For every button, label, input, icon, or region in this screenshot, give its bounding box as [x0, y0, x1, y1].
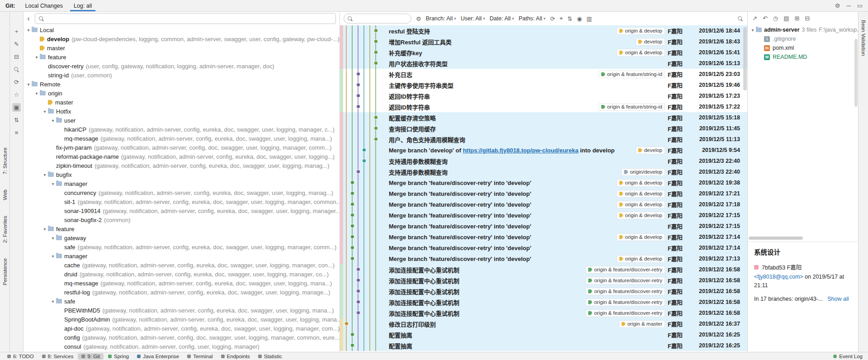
- commit-row[interactable]: 添加连接配置中心重试机制origin & feature/discover-re…: [340, 286, 747, 297]
- commit-row[interactable]: Merge branch 'feature/discover-retry' in…: [340, 188, 747, 199]
- branch-tree-row[interactable]: ▾Hotfix: [24, 107, 340, 116]
- branch-tree-row[interactable]: ▾gateway: [24, 233, 340, 242]
- changed-file-row[interactable]: i.gitignore: [748, 34, 858, 43]
- filter-date[interactable]: Date: All▾: [490, 15, 514, 22]
- search-icon[interactable]: [12, 65, 21, 74]
- commit-row[interactable]: 修改日志打印级别origin & masterF嘉阳2019/12/2 16:3…: [340, 318, 747, 329]
- commit-row[interactable]: 配置抽离F嘉阳2019/12/2 16:25: [340, 329, 747, 340]
- statusbar-button-6-todo[interactable]: 6: TODO: [4, 353, 38, 360]
- commit-message-link[interactable]: https://gitlab.fjy8018.top/pw-cloud/eure…: [463, 147, 579, 154]
- chevron-down-icon[interactable]: ▾: [50, 236, 56, 241]
- collapse-all-icon[interactable]: ⊟: [805, 15, 810, 22]
- commit-row[interactable]: Merge branch 'feature/discover-retry' in…: [340, 232, 747, 242]
- branch-label-chip[interactable]: origin & feature/discover-retry: [585, 298, 665, 306]
- branch-tree-row[interactable]: master: [24, 98, 340, 107]
- delete-icon[interactable]: ⊟: [12, 52, 21, 61]
- branch-tree-row[interactable]: ▾Remote: [24, 80, 340, 89]
- changed-file-row[interactable]: MREADME.MD: [748, 52, 858, 62]
- details-hscrollbar[interactable]: [749, 237, 803, 240]
- commit-row[interactable]: 返回ID转字符串F嘉阳2019/12/5 17:23: [340, 90, 747, 101]
- commit-row[interactable]: Merge branch 'develop' of https://gitlab…: [340, 145, 747, 156]
- branch-tree-row[interactable]: restful-log(gateway, notification, admin…: [24, 288, 340, 297]
- statusbar-button-9-git[interactable]: 9: Git: [78, 353, 103, 360]
- commit-row[interactable]: 补充日志origin & feature/string-idF嘉阳2019/12…: [340, 69, 747, 80]
- changed-file-row[interactable]: mpom.xml: [748, 43, 858, 52]
- branch-label-chip[interactable]: origin & develop: [617, 190, 665, 198]
- expand-all-icon[interactable]: ⊞: [794, 15, 799, 22]
- branch-label-chip[interactable]: develop: [636, 38, 665, 46]
- chevron-down-icon[interactable]: ▾: [50, 118, 56, 123]
- add-icon[interactable]: +: [12, 27, 21, 36]
- search-everywhere-icon[interactable]: [738, 16, 743, 21]
- branch-tree-row[interactable]: cache(gateway, notification, admin-serve…: [24, 261, 340, 270]
- branch-tree-row[interactable]: fix-jvm-param(gateway, notification, adm…: [24, 143, 340, 152]
- branch-label-chip[interactable]: origin & develop: [617, 49, 665, 57]
- branch-tree-row[interactable]: ▾safe: [24, 297, 340, 306]
- sort-icon[interactable]: ⇅: [12, 116, 21, 124]
- commit-row[interactable]: 配置抽离F嘉阳2019/12/2 16:25: [340, 340, 747, 351]
- back-icon[interactable]: ‹: [25, 14, 32, 23]
- statusbar-button-spring[interactable]: Spring: [104, 353, 132, 360]
- commit-row[interactable]: resful 登陆支持origin & developF嘉阳2019/12/6 …: [340, 25, 747, 36]
- commit-row[interactable]: Merge branch 'feature/discover-retry' in…: [340, 253, 747, 264]
- branch-tree-row[interactable]: consul(gateway, notification, admin-serv…: [24, 342, 340, 351]
- branch-tree-row[interactable]: reformat-package-name(gateway, notificat…: [24, 152, 340, 161]
- rollback-icon[interactable]: ↶: [763, 15, 768, 22]
- branch-label-chip[interactable]: origin & feature/string-id: [599, 71, 665, 78]
- branch-tree-row[interactable]: zipkin-timeout(gateway, notification, ad…: [24, 161, 340, 170]
- branch-tree-row[interactable]: master: [24, 43, 340, 52]
- branch-tree-row[interactable]: sonar-bugfix-2(common): [24, 215, 340, 224]
- refresh-icon[interactable]: ⟳: [550, 15, 555, 22]
- commit-row[interactable]: Merge branch 'feature/discover-retry' in…: [340, 210, 747, 221]
- branches-search-box[interactable]: [35, 13, 336, 24]
- chevron-down-icon[interactable]: ▾: [33, 55, 40, 60]
- branch-tree-row[interactable]: concurrency(gateway, notification, admin…: [24, 188, 340, 197]
- chevron-down-icon[interactable]: ▾: [42, 172, 48, 177]
- branch-tree-row[interactable]: hikariCP(gateway, notification, admin-se…: [24, 125, 340, 134]
- branch-tree-row[interactable]: api-doc(gateway, notification, admin-ser…: [24, 324, 340, 333]
- refresh-icon[interactable]: ⟳: [12, 78, 21, 86]
- event-log-button[interactable]: Event Log: [833, 354, 864, 359]
- chevron-down-icon[interactable]: ▾: [42, 109, 48, 114]
- chevron-down-icon[interactable]: ▾: [50, 254, 56, 259]
- tool-window-button-web[interactable]: Web: [2, 189, 8, 200]
- branch-tree-row[interactable]: mq-message(gateway, notification, admin-…: [24, 279, 340, 288]
- show-all-link[interactable]: Show all: [827, 296, 849, 302]
- branch-tree-row[interactable]: string-id(user, common): [24, 71, 340, 80]
- branch-tree-row[interactable]: ▾bugfix: [24, 170, 340, 179]
- group-by-icon[interactable]: ▤: [783, 15, 789, 22]
- tool-window-button-bean-validation[interactable]: Bean Validation: [861, 20, 866, 56]
- branch-tree-row[interactable]: sonar-190914(gateway, notification, admi…: [24, 206, 340, 215]
- branch-label-chip[interactable]: origin & feature/discover-retry: [585, 288, 665, 295]
- log-search-input[interactable]: [355, 15, 407, 23]
- long-edges-icon[interactable]: ▥: [586, 15, 592, 22]
- commit-row[interactable]: Merge branch 'feature/discover-retry' in…: [340, 221, 747, 232]
- filter-paths[interactable]: Paths: All▾: [519, 15, 546, 22]
- branch-tree-row[interactable]: druid(gateway, notification, admin-serve…: [24, 270, 340, 279]
- statusbar-button-8-services[interactable]: 8: Services: [38, 353, 77, 360]
- commit-row[interactable]: Merge branch 'feature/discover-retry' in…: [340, 242, 747, 253]
- branch-tree-row[interactable]: ▾origin: [24, 89, 340, 98]
- branch-tree-row[interactable]: ▾user: [24, 116, 340, 125]
- commit-row[interactable]: 查询接口使用缓存F嘉阳2019/12/5 11:45: [340, 123, 747, 134]
- branch-tree-row[interactable]: safe(gateway, notification, admin-server…: [24, 242, 340, 251]
- chevron-down-icon[interactable]: ▾: [33, 91, 40, 96]
- restore-icon[interactable]: ▭: [857, 2, 863, 9]
- branch-tree-row[interactable]: ▾Local: [24, 25, 340, 34]
- statusbar-button-terminal[interactable]: Terminal: [184, 353, 216, 360]
- chevron-down-icon[interactable]: ▾: [25, 82, 32, 87]
- branch-label-chip[interactable]: origin & develop: [617, 27, 665, 35]
- preview-diff-icon[interactable]: ◉: [577, 15, 582, 22]
- history-icon[interactable]: ◷: [773, 15, 778, 22]
- branch-tree-row[interactable]: sit-1(gateway, notification, admin-serve…: [24, 197, 340, 206]
- navigate-icon[interactable]: ↗: [752, 15, 757, 22]
- branch-tree-row[interactable]: PBEWithMD5(gateway, notification, admin-…: [24, 306, 340, 315]
- commit-row[interactable]: 支持通用参数模糊查询origin/developF嘉阳2019/12/3 22:…: [340, 166, 747, 177]
- branch-tree-row[interactable]: mq-message(gateway, notification, admin-…: [24, 134, 340, 143]
- branch-label-chip[interactable]: origin & develop: [617, 179, 665, 187]
- commit-row[interactable]: 主键传参使用字符串类型F嘉阳2019/12/5 19:46: [340, 80, 747, 90]
- chevron-down-icon[interactable]: ▾: [750, 28, 756, 33]
- branch-label-chip[interactable]: origin/develop: [621, 168, 665, 176]
- group-icon[interactable]: ≡: [12, 128, 21, 137]
- changed-files-root[interactable]: ▾ admin-server 3 files F:\java_worksp...: [748, 25, 858, 34]
